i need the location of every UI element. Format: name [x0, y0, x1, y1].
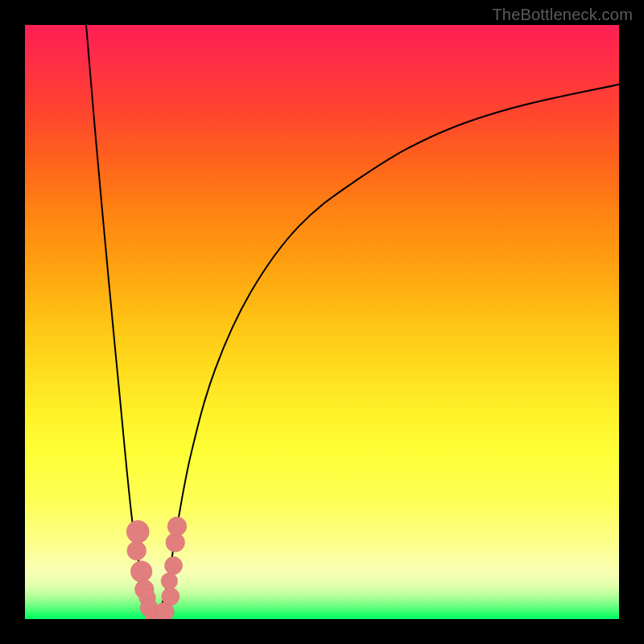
- data-point: [161, 572, 178, 589]
- curve-right-branch: [158, 85, 619, 619]
- watermark-text: TheBottleneck.com: [492, 6, 633, 24]
- data-point: [167, 517, 187, 536]
- data-point: [130, 561, 152, 583]
- data-point: [127, 541, 147, 560]
- data-point: [162, 588, 180, 605]
- data-point: [126, 520, 149, 543]
- chart-frame: TheBottleneck.com: [0, 0, 644, 644]
- curve-layer: [25, 25, 619, 619]
- data-point: [164, 557, 182, 575]
- v-curve: [86, 25, 619, 619]
- data-points: [126, 517, 187, 619]
- plot-area: [25, 25, 619, 619]
